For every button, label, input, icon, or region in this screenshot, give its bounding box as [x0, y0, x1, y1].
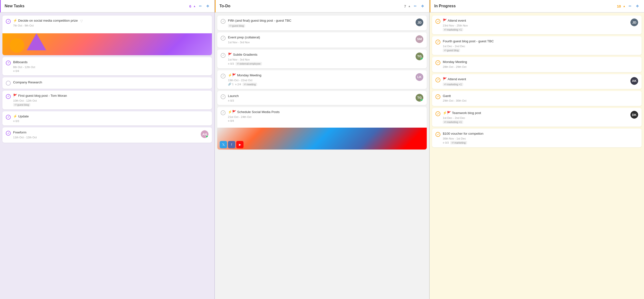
avatar-initials-monday-meeting: LK	[416, 73, 423, 81]
move-column-in-progress[interactable]: ✥	[635, 4, 640, 9]
card-title-freeform: Freeform	[13, 130, 198, 135]
avatar-initials-freeform: AH	[201, 130, 208, 138]
card-company-research[interactable]: Company Research	[2, 77, 212, 89]
card-check-attend-event-2[interactable]	[436, 78, 440, 82]
card-body-fifth-guest: Fifth (and final) guest blog post - gues…	[228, 18, 413, 28]
list-icon-subtle-gradients: ≡	[228, 62, 230, 65]
card-fourth-guest[interactable]: Fourth guest blog post - guest TBC 1st D…	[432, 36, 642, 55]
card-meta-launch: ≡ 0/3	[228, 99, 413, 102]
card-date-subtle-gradients: 1st Nov - 3rd Nov	[228, 58, 413, 61]
card-check-voucher[interactable]	[436, 132, 440, 137]
card-attend-event-2[interactable]: 🚩 Attend event marketing +1 AK	[432, 74, 642, 89]
card-meta-monday-meeting-todo: 🔗 1 ≡ 2/4 meeting	[228, 83, 413, 86]
card-check-fifth-guest[interactable]	[221, 19, 226, 24]
card-date-event-prep: 1st Nov - 3rd Nov	[228, 41, 413, 44]
card-check-monday-meeting-todo[interactable]	[221, 74, 226, 78]
move-column-todo[interactable]: ✥	[420, 4, 425, 9]
column-count-in-progress: 10	[617, 4, 621, 8]
card-image-social-prize	[2, 33, 212, 55]
move-column-new-tasks[interactable]: ✥	[205, 4, 210, 9]
card-check-teamwork-blog[interactable]	[436, 111, 440, 116]
card-body-billboards: Billboards 8th Oct - 12th Oct ≡ 0/4	[13, 60, 208, 72]
column-header-todo: To-Do 7 ▲ ✏ ✥	[215, 0, 429, 13]
card-check-event-prep[interactable]	[221, 36, 226, 40]
avatar-initials-launch: TG	[416, 94, 423, 102]
card-check-billboards[interactable]	[6, 60, 11, 66]
card-check-schedule-social[interactable]	[221, 110, 226, 115]
card-body-launch: Launch ≡ 0/3	[228, 94, 413, 102]
card-subtasks-update: ≡ 0/3	[13, 120, 19, 122]
card-monday-meeting-ip[interactable]: Monday Meeting 28th Oct - 29th Oct	[432, 57, 642, 72]
card-schedule-social[interactable]: ⚡🚩 Schedule Social Media Posts 21st Oct …	[217, 107, 427, 150]
card-date-billboards: 8th Oct - 12th Oct	[13, 66, 208, 68]
card-gantt[interactable]: Gantt 29th Oct - 30th Oct	[432, 91, 642, 106]
card-subtasks-launch: ≡ 0/3	[228, 99, 234, 102]
card-date-fourth-guest: 1st Dec - 2nd Dec	[443, 45, 638, 48]
card-body-freeform: Freeform 11th Oct - 12th Oct	[13, 130, 198, 140]
card-launch[interactable]: Launch ≡ 0/3 TG	[217, 91, 427, 105]
card-subtasks-billboards: ≡ 0/4	[13, 70, 19, 72]
card-check-social-prize[interactable]	[6, 19, 11, 24]
card-event-prep[interactable]: Event prep (collateral) 1st Nov - 3rd No…	[217, 32, 427, 48]
card-title-first-guest: 🚩 First guest blog post - Tom Moran	[13, 94, 208, 98]
card-subtle-gradients[interactable]: 🚩 Subtle Gradients 1st Nov - 3rd Nov ≡ 0…	[217, 50, 427, 68]
card-social-prize[interactable]: ⚡ Decide on social media competition pri…	[2, 16, 212, 55]
card-first-guest-blog[interactable]: 🚩 First guest blog post - Tom Moran 10th…	[2, 91, 212, 110]
card-image-schedule-social: 𝕏 f ▶	[217, 128, 427, 150]
card-attend-event-1[interactable]: 🚩 Attend event 23rd Nov - 25th Nov marke…	[432, 16, 642, 34]
column-new-tasks: New Tasks 6 ▲ ✏ ✥ ⚡ Decide on social med…	[0, 0, 215, 299]
card-check-attend-event-1[interactable]	[436, 19, 440, 24]
avatar-subtle-gradients: TG	[416, 52, 423, 60]
card-title-gantt: Gantt	[443, 94, 638, 98]
card-meta-fifth-guest: guest blog	[228, 24, 413, 28]
card-title-launch: Launch	[228, 94, 413, 98]
avatar-fifth-guest: JD	[416, 18, 423, 26]
card-meta-subtle-gradients: ≡ 0/3 external-employee	[228, 62, 413, 66]
column-count-arrow-in-progress: ▲	[623, 4, 626, 8]
card-update[interactable]: ⚡ Update ≡ 0/3	[2, 111, 212, 126]
card-title-billboards: Billboards	[13, 60, 208, 65]
edit-column-new-tasks[interactable]: ✏	[198, 4, 203, 9]
edit-column-in-progress[interactable]: ✏	[628, 4, 633, 9]
card-check-fourth-guest[interactable]	[436, 40, 440, 44]
card-body-attend-event-2: 🚩 Attend event marketing +1	[443, 77, 628, 86]
card-body-teamwork-blog: ⚡🚩 Teamwork blog post 1st Dec - 2nd Dec …	[443, 111, 628, 124]
card-teamwork-blog[interactable]: ⚡🚩 Teamwork blog post 1st Dec - 2nd Dec …	[432, 108, 642, 127]
column-todo: To-Do 7 ▲ ✏ ✥ Fifth (and final) guest bl…	[215, 0, 430, 299]
card-date-teamwork-blog: 1st Dec - 2nd Dec	[443, 116, 628, 119]
column-header-in-progress: In Progress 10 ▲ ✏ ✥	[430, 0, 644, 13]
card-monday-meeting-todo[interactable]: ⚡🚩 Monday Meeting 19th Oct - 22nd Oct 🔗 …	[217, 70, 427, 89]
card-voucher[interactable]: $100 voucher for competion 30th Nov - 1s…	[432, 128, 642, 147]
card-freeform[interactable]: Freeform 11th Oct - 12th Oct AH	[2, 128, 212, 143]
list-icon-monday: ≡	[235, 83, 236, 86]
card-check-subtle-gradients[interactable]	[221, 53, 226, 58]
card-chevron-social-prize: ▽	[80, 19, 83, 23]
column-title-todo: To-Do	[220, 4, 402, 8]
card-date-monday-meeting-ip: 28th Oct - 29th Oct	[443, 66, 638, 68]
card-title-attend-event-1: 🚩 Attend event	[443, 18, 628, 23]
edit-column-todo[interactable]: ✏	[413, 4, 418, 9]
card-check-monday-meeting-ip[interactable]	[436, 60, 440, 65]
card-title-update: ⚡ Update	[13, 114, 208, 119]
card-check-freeform[interactable]	[6, 131, 11, 136]
column-title-in-progress: In Progress	[434, 4, 615, 8]
tag-guest-blog-fourth: guest blog	[443, 48, 460, 52]
card-meta-first-guest: guest blog	[13, 103, 208, 106]
card-billboards[interactable]: Billboards 8th Oct - 12th Oct ≡ 0/4	[2, 57, 212, 75]
card-check-update[interactable]	[6, 115, 11, 120]
card-subtasks-monday-meeting-todo: ≡ 2/4	[235, 83, 241, 86]
avatar-monday-meeting-todo: LK	[416, 73, 423, 81]
card-meta-attend-event-2: marketing +1	[443, 83, 628, 86]
card-fifth-guest[interactable]: Fifth (and final) guest blog post - gues…	[217, 16, 427, 30]
card-check-launch[interactable]	[221, 94, 226, 99]
column-body-new-tasks: ⚡ Decide on social media competition pri…	[0, 13, 214, 299]
card-check-first-guest[interactable]	[6, 94, 11, 99]
kanban-board: New Tasks 6 ▲ ✏ ✥ ⚡ Decide on social med…	[0, 0, 644, 299]
column-count-new-tasks: 6	[189, 4, 191, 8]
card-check-gantt[interactable]	[436, 94, 440, 99]
list-icon-billboards: ≡	[13, 70, 14, 72]
card-subtasks-subtle-gradients: ≡ 0/3	[228, 62, 234, 65]
avatar-attend-event-1: JD	[630, 18, 638, 26]
card-title-schedule-social: ⚡🚩 Schedule Social Media Posts	[228, 110, 280, 114]
card-check-company-research[interactable]	[6, 81, 11, 86]
